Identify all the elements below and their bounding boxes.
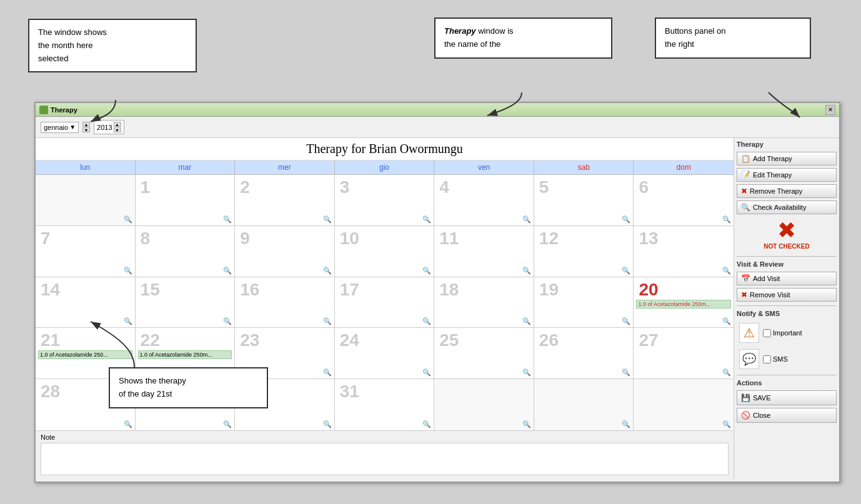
cal-day-4[interactable]: 4 🔍 [434,175,534,225]
sms-row: 💬 SMS [737,347,837,371]
cal-day-12[interactable]: 12 🔍 [534,226,634,277]
sms-checkbox[interactable] [763,355,771,363]
important-label: Important [773,329,802,337]
magnify-icon[interactable]: 🔍 [422,267,431,275]
add-visit-label: Add Visit [753,275,780,282]
cal-day-empty4: 🔍 [634,379,734,430]
cal-day-3[interactable]: 3 🔍 [335,175,435,225]
therapy-tag-20[interactable]: 1.0 of Acetazolamide 250m... [636,300,731,309]
magnify-icon[interactable]: 🔍 [622,215,630,224]
annotation-4-text2: of the day 21st [119,389,172,398]
header-sab: sab [534,161,634,174]
magnify-icon[interactable]: 🔍 [722,420,731,428]
annotation-callout-2: Therapy window isthe name of the [434,17,612,59]
magnify-icon[interactable]: 🔍 [422,317,431,325]
not-checked-label: NOT CHECKED [764,243,809,250]
cal-day-empty2: 🔍 [434,379,534,430]
check-availability-label: Check Availability [753,204,806,211]
magnify-icon[interactable]: 🔍 [422,368,431,377]
magnify-icon[interactable]: 🔍 [323,215,332,224]
important-icon: ⚠ [744,325,755,340]
magnify-icon[interactable]: 🔍 [622,317,630,325]
check-availability-icon: 🔍 [741,203,750,212]
annotation-callout-4: Shows the therapy of the day 21st [109,367,268,408]
cal-day-5[interactable]: 5 🔍 [534,175,634,225]
magnify-icon[interactable]: 🔍 [323,267,332,275]
annotation-4-text1: Shows the therapy [119,376,186,385]
annotation-3-text2: the right [665,39,694,49]
magnify-icon[interactable]: 🔍 [522,317,531,325]
sms-label: SMS [773,355,788,363]
magnify-icon[interactable]: 🔍 [522,267,531,275]
remove-visit-icon: ✖ [741,290,747,299]
cal-day-18[interactable]: 18 🔍 [434,277,534,328]
cal-day-19[interactable]: 19 🔍 [534,277,634,328]
cal-day-10[interactable]: 10 🔍 [335,226,435,277]
sms-icon: 💬 [742,352,756,366]
save-icon: 💾 [741,393,750,402]
magnify-icon[interactable]: 🔍 [622,368,630,377]
close-button[interactable]: 🚫 Close [737,408,837,423]
edit-therapy-icon: 📝 [741,170,750,179]
cal-day-13[interactable]: 13 🔍 [634,226,734,277]
magnify-icon[interactable]: 🔍 [522,215,531,224]
magnify-icon[interactable]: 🔍 [323,420,332,428]
magnify-icon[interactable]: 🔍 [722,267,731,275]
magnify-icon[interactable]: 🔍 [622,267,630,275]
note-textarea[interactable] [41,443,729,475]
add-visit-icon: 📅 [741,274,750,283]
visit-section-title: Visit & Review [737,260,837,268]
header-dom: dom [634,161,734,174]
cal-day-24[interactable]: 24 🔍 [335,328,435,378]
cal-day-empty3: 🔍 [534,379,634,430]
remove-therapy-icon: ✖ [741,187,747,195]
magnify-icon[interactable]: 🔍 [522,368,531,377]
save-button[interactable]: 💾 SAVE [737,390,837,405]
add-therapy-button[interactable]: 📋 Add Therapy [737,152,837,166]
add-therapy-icon: 📋 [741,154,750,163]
actions-section-title: Actions [737,379,837,387]
cal-day-17[interactable]: 17 🔍 [335,277,435,328]
important-icon-box: ⚠ [739,323,759,343]
edit-therapy-label: Edit Therapy [753,171,792,179]
important-checkbox-label[interactable]: Important [763,329,802,337]
save-label: SAVE [753,394,771,402]
magnify-icon[interactable]: 🔍 [323,368,332,377]
cal-day-11[interactable]: 11 🔍 [434,226,534,277]
important-checkbox[interactable] [763,329,771,337]
annotation-3-text1: Buttons panel on [665,26,726,36]
not-checked-area: ✖ NOT CHECKED [737,217,837,252]
cal-day-27[interactable]: 27 🔍 [634,328,734,378]
annotation-2-bold: Therapy [444,26,476,36]
annotation-1-text3: selected [38,54,68,63]
note-area: Note [36,430,734,479]
magnify-icon[interactable]: 🔍 [622,420,630,428]
cal-day-31[interactable]: 31 🔍 [335,379,435,430]
remove-therapy-label: Remove Therapy [750,187,802,195]
add-therapy-label: Add Therapy [753,155,792,162]
sms-icon-box: 💬 [739,349,759,369]
annotation-callout-1: The window shows the month here selected [28,19,197,72]
notify-section-title: Notify & SMS [737,310,837,317]
magnify-icon[interactable]: 🔍 [422,215,431,224]
magnify-icon[interactable]: 🔍 [323,317,332,325]
annotation-callout-3: Buttons panel on the right [655,17,811,59]
edit-therapy-button[interactable]: 📝 Edit Therapy [737,168,837,182]
cal-day-26[interactable]: 26 🔍 [534,328,634,378]
cal-day-6[interactable]: 6 🔍 [634,175,734,225]
remove-visit-button[interactable]: ✖ Remove Visit [737,288,837,302]
magnify-icon[interactable]: 🔍 [722,317,731,325]
cal-day-20[interactable]: 20 1.0 of Acetazolamide 250m... 🔍 [634,277,734,328]
magnify-icon[interactable]: 🔍 [522,420,531,428]
divider-2 [737,305,837,306]
magnify-icon[interactable]: 🔍 [422,420,431,428]
header-gio: gio [335,161,435,174]
add-visit-button[interactable]: 📅 Add Visit [737,272,837,285]
magnify-icon[interactable]: 🔍 [722,368,731,377]
remove-therapy-button[interactable]: ✖ Remove Therapy [737,184,837,198]
magnify-icon[interactable]: 🔍 [722,215,731,224]
cal-day-25[interactable]: 25 🔍 [434,328,534,378]
check-availability-button[interactable]: 🔍 Check Availability [737,200,837,214]
divider-1 [737,256,837,257]
sms-checkbox-label[interactable]: SMS [763,355,788,363]
